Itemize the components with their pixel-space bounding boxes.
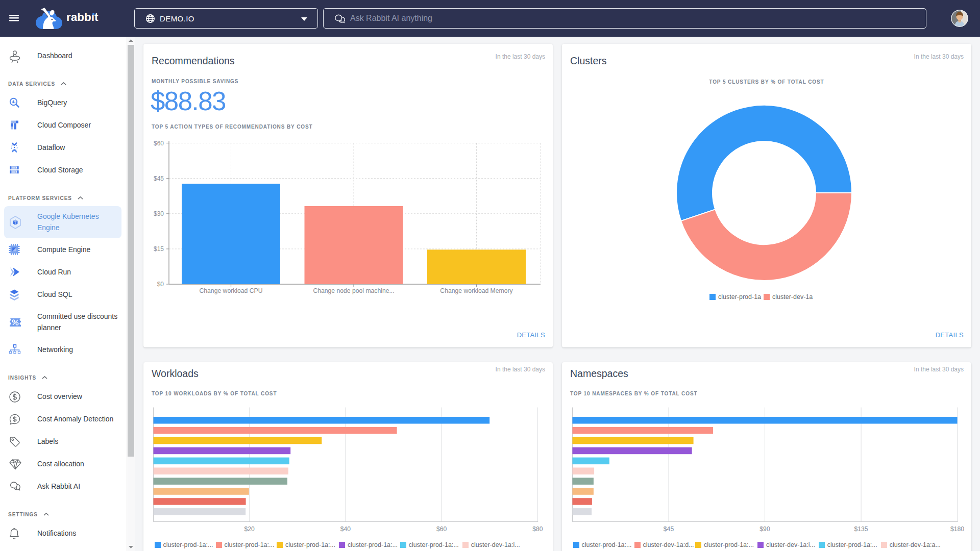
svg-text:$45: $45 xyxy=(664,525,674,533)
svg-text:$80: $80 xyxy=(532,525,543,533)
svg-text:$15: $15 xyxy=(154,245,164,253)
svg-text:$45: $45 xyxy=(154,175,164,182)
svg-text:$90: $90 xyxy=(760,525,770,533)
svg-text:Change workload Memory: Change workload Memory xyxy=(440,287,513,294)
svg-text:$135: $135 xyxy=(854,525,868,533)
svg-text:$20: $20 xyxy=(244,525,255,533)
svg-text:$30: $30 xyxy=(154,210,164,217)
svg-text:$60: $60 xyxy=(154,140,164,147)
svg-text:$60: $60 xyxy=(436,525,447,533)
svg-text:Change node pool machine...: Change node pool machine... xyxy=(313,287,394,294)
svg-text:$0: $0 xyxy=(157,281,164,288)
svg-text:Change workload CPU: Change workload CPU xyxy=(200,287,263,294)
svg-text:$180: $180 xyxy=(950,525,964,533)
svg-text:$40: $40 xyxy=(340,525,351,533)
